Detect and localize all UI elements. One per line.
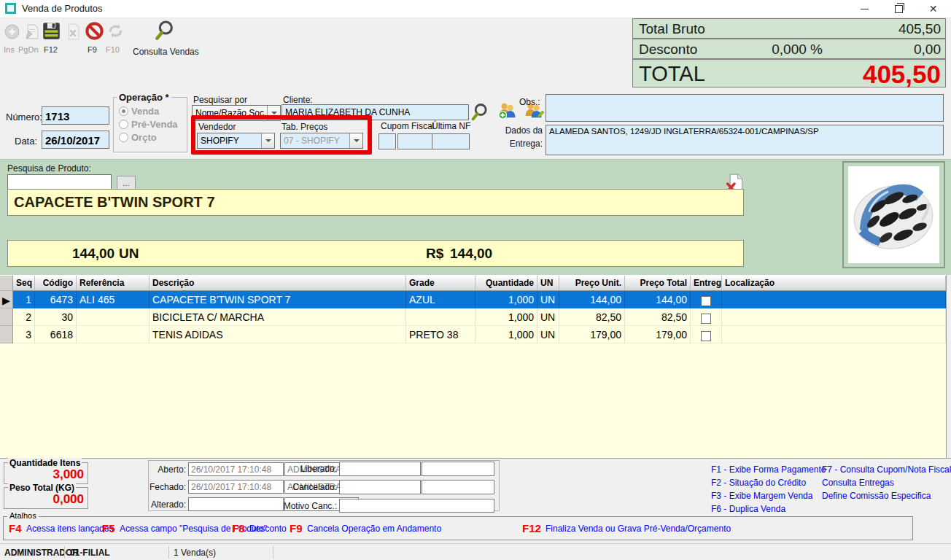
radio-venda[interactable] (119, 106, 128, 116)
restore-icon (895, 5, 903, 13)
status-filial: 01-FILIAL (70, 548, 110, 558)
desconto-label: Desconto (639, 42, 697, 58)
ultima-nf-input[interactable] (432, 133, 470, 149)
link-define-comissao[interactable]: Define Comissão Especifica (822, 491, 931, 501)
cliente-search-button[interactable] (470, 102, 490, 125)
numero-label: Número: (6, 112, 42, 122)
cupom-fiscal-input-1[interactable] (379, 133, 396, 149)
status-bar: ADMINISTRADOR 01-FILIAL 1 Venda(s) (0, 543, 951, 560)
atalhos-legend: Atalhos (7, 511, 39, 520)
liberado-field-2[interactable] (422, 462, 494, 476)
numero-input[interactable]: 1713 (42, 106, 109, 125)
consulta-vendas-button[interactable] (153, 19, 176, 45)
f8-key: F8 (232, 522, 245, 534)
cancelado-field-2[interactable] (422, 480, 494, 494)
cancel-operation-button[interactable] (85, 21, 104, 44)
dados-entrega-textarea[interactable]: ALAMEDA SANTOS, 1249/JD INGLATERRA/65324… (546, 125, 944, 155)
col-grade[interactable]: Grade (406, 276, 475, 291)
col-referencia[interactable]: Referência (77, 276, 150, 291)
tab-precos-select[interactable]: 07 - SHOPIFY (280, 133, 363, 149)
refresh-button[interactable] (106, 22, 125, 43)
col-un[interactable]: UN (537, 276, 559, 291)
link-f3-margem-venda[interactable]: F3 - Exibe Margem Venda (711, 491, 812, 501)
cancelado-field-1[interactable] (339, 480, 421, 494)
f4-key: F4 (9, 522, 22, 534)
cell-preco-total: 179,00 (625, 326, 691, 343)
f12-label: F12 (44, 45, 58, 54)
f12-key: F12 (522, 522, 541, 534)
liberado-field-1[interactable] (339, 462, 421, 476)
radio-venda-label: Venda (131, 106, 159, 117)
link-f2-situacao-credito[interactable]: F2 - Situação do Crédito (711, 478, 806, 488)
col-seq[interactable]: Seq (13, 276, 35, 291)
cell-un: UN (537, 291, 559, 308)
entrega-checkbox[interactable] (701, 314, 711, 324)
document-pencil-icon (23, 23, 42, 41)
cell-entrega (691, 291, 722, 308)
add-client-button[interactable] (496, 101, 518, 123)
entrega-checkbox[interactable] (701, 331, 711, 341)
alterado-datetime-field[interactable] (188, 497, 284, 511)
dados-entrega-label-2: Entrega: (503, 139, 543, 149)
chevron-down-icon (349, 133, 362, 148)
col-preco-unit[interactable]: Preço Unit. (559, 276, 625, 291)
total-label: TOTAL (639, 62, 705, 86)
f9-shortcut[interactable]: Cancela Operação em Andamento (307, 524, 441, 534)
fechado-label: Fechado: (139, 482, 186, 492)
col-localizacao[interactable]: Localização (722, 276, 946, 291)
f8-shortcut[interactable]: Desconto (249, 524, 287, 534)
table-row[interactable]: 2 30 BICICLETA C/ MARCHA 1,000 UN 82,50 … (0, 308, 946, 326)
col-quantidade[interactable]: Quantidade (475, 276, 537, 291)
col-entrega[interactable]: Entrega (691, 276, 722, 291)
data-input[interactable]: 26/10/2017 (42, 131, 109, 149)
f12-shortcut[interactable]: Finaliza Venda ou Grava Pré-Venda/Orçame… (546, 524, 731, 534)
pesquisar-por-select[interactable]: Nome/Razão Soc. (192, 105, 281, 121)
link-consulta-entregas[interactable]: Consulta Entregas (822, 478, 894, 488)
search-icon (153, 19, 176, 42)
edit-button[interactable] (23, 23, 42, 44)
close-button[interactable]: ✕ (917, 0, 950, 18)
col-codigo[interactable]: Código (35, 276, 77, 291)
link-f6-duplica-venda[interactable]: F6 - Duplica Venda (711, 504, 785, 514)
tab-precos-value: 07 - SHOPIFY (284, 136, 340, 146)
quantidade-itens-value: 3,000 (53, 467, 84, 482)
restore-button[interactable] (882, 0, 915, 18)
f5-shortcut[interactable]: Acessa campo "Pesquisa de Produto" (120, 524, 267, 534)
helmet-image (848, 166, 939, 263)
product-name-band: CAPACETE B'TWIN SPORT 7 (7, 189, 744, 216)
cell-entrega (691, 326, 722, 343)
cancel-document-button[interactable] (64, 23, 82, 44)
row-selector (0, 326, 13, 343)
venda-de-produtos-window: Venda de Produtos ✕ (0, 0, 951, 560)
status-divider (273, 546, 273, 559)
chevron-down-icon (261, 133, 274, 148)
col-preco-total[interactable]: Preço Total (625, 276, 691, 291)
cliente-input[interactable]: MARIA ELIZABETH DA CUNHA (282, 104, 469, 120)
cell-grade (406, 308, 475, 326)
obs-textarea[interactable] (546, 94, 944, 122)
dados-entrega-label-1: Dados da (503, 125, 543, 136)
product-price-left: 144,00 (72, 246, 114, 262)
table-row[interactable]: 3 6618 TENIS ADIDAS PRETO 38 1,000 UN 17… (0, 326, 946, 343)
table-row[interactable]: ▶ 1 6473 ALI 465 CAPACETE B'TWIN SPORT 7… (0, 291, 946, 308)
link-f1-forma-pagamento[interactable]: F1 - Exibe Forma Pagamento (711, 464, 826, 475)
prohibition-icon (85, 21, 104, 41)
col-descricao[interactable]: Descrição (150, 276, 406, 291)
cancelado-label: Cancelado: (284, 482, 337, 492)
product-image-frame (842, 161, 945, 268)
link-f7-consulta-cupom[interactable]: F7 - Consulta Cupom/Nota Fiscal (822, 464, 951, 475)
insert-button[interactable] (3, 23, 21, 44)
radio-orcto[interactable] (119, 133, 128, 142)
radio-pre-venda[interactable] (119, 120, 128, 129)
title-bar: Venda de Produtos ✕ (0, 0, 951, 18)
entrega-checkbox[interactable] (701, 296, 711, 306)
save-button[interactable] (42, 21, 61, 44)
motivo-canc-field[interactable] (339, 499, 494, 513)
total-bruto-row: Total Bruto 405,50 (632, 18, 946, 39)
save-floppy-icon (42, 21, 61, 41)
cell-quantidade: 1,000 (475, 326, 537, 343)
cell-seq: 1 (13, 291, 35, 308)
vendedor-select[interactable]: SHOPIFY (197, 133, 275, 149)
f4-shortcut[interactable]: Acessa itens lançados (26, 524, 113, 534)
minimize-button[interactable] (848, 0, 881, 18)
